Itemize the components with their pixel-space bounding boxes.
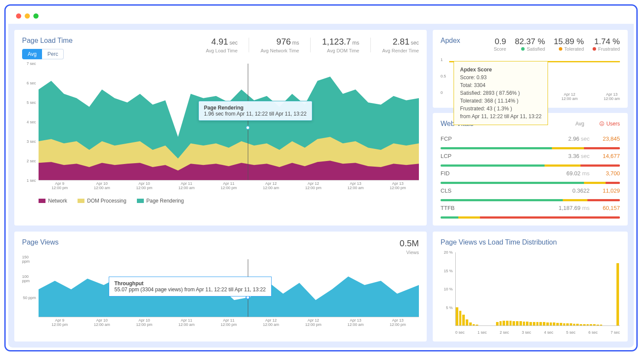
apdex-stat: 15.89 %Tolerated bbox=[554, 37, 584, 52]
page-load-chart[interactable]: 7 sec6 sec5 sec4 sec3 sec2 sec1 sec Page… bbox=[22, 64, 419, 193]
avg-perc-toggle: Avg Perc bbox=[22, 49, 73, 59]
apdex-chart[interactable]: 1 0.5 0 Apr 1212:00 am Apr 1312:00 am Ap… bbox=[441, 58, 620, 101]
panel-title: Page Load Time bbox=[22, 37, 73, 45]
maximize-icon[interactable] bbox=[33, 13, 39, 19]
apdex-stat: 82.37 %Satisfied bbox=[515, 37, 545, 52]
throughput-tooltip: Throughput 55.07 ppm (3304 page views) f… bbox=[109, 277, 272, 296]
vital-row[interactable]: FID69.02 ms3,700 bbox=[441, 167, 620, 184]
app-frame: Page Load Time Avg Perc 4.91secAvg Load … bbox=[4, 4, 638, 351]
vital-row[interactable]: CLS0.362211,029 bbox=[441, 184, 620, 201]
chart-tooltip: Page Rendering 1.96 sec from Apr 11, 12:… bbox=[198, 101, 312, 121]
window-titlebar bbox=[8, 8, 634, 24]
load-stat: 2.81secAvg Render Time bbox=[382, 37, 419, 53]
apdex-stat: 0.9Score bbox=[494, 37, 506, 52]
page-load-time-panel: Page Load Time Avg Perc 4.91secAvg Load … bbox=[14, 30, 427, 225]
users-icon: ☹ Users bbox=[599, 121, 620, 127]
minimize-icon[interactable] bbox=[25, 13, 30, 19]
load-stat: 4.91secAvg Load Time bbox=[206, 37, 237, 53]
load-stat: 1,123.7msAvg DOM Time bbox=[322, 37, 359, 53]
chart-legend: NetworkDOM ProcessingPage Rendering bbox=[22, 198, 419, 204]
vital-row[interactable]: FCP2.96 sec23,845 bbox=[441, 132, 620, 149]
apdex-panel: Apdex 0.9Score82.37 %Satisfied15.89 %Tol… bbox=[433, 30, 628, 108]
distribution-chart[interactable]: 20 %15 %10 %5 % 0 sec1 sec2 sec3 sec4 se… bbox=[441, 252, 620, 335]
perc-button[interactable]: Perc bbox=[42, 49, 64, 59]
apdex-stat: 1.74 %Frustrated bbox=[593, 37, 620, 52]
vital-row[interactable]: TTFB1,187.69 ms60,157 bbox=[441, 201, 620, 219]
panel-title: Page Views bbox=[22, 238, 58, 246]
web-vitals-panel: Web Vitals Avg ☹ Users FCP2.96 sec23,845… bbox=[433, 113, 628, 225]
views-stat: 0.5M Views bbox=[400, 238, 419, 255]
page-views-panel: Page Views 0.5M Views 150 ppm100 ppm50 p… bbox=[14, 232, 427, 341]
vital-row[interactable]: LCP3.36 sec14,677 bbox=[441, 149, 620, 167]
load-stat: 976msAvg Network Time bbox=[260, 37, 299, 53]
panel-title: Page Views vs Load Time Distribution bbox=[441, 238, 620, 246]
distribution-panel: Page Views vs Load Time Distribution 20 … bbox=[433, 232, 628, 341]
avg-button[interactable]: Avg bbox=[22, 49, 42, 59]
panel-title: Apdex bbox=[441, 37, 460, 45]
load-time-stats: 4.91secAvg Load Time976msAvg Network Tim… bbox=[206, 37, 419, 53]
close-icon[interactable] bbox=[16, 13, 21, 19]
apdex-tooltip: Apdex Score Score: 0.93Total: 3304Satisf… bbox=[454, 61, 548, 125]
page-views-chart[interactable]: 150 ppm100 ppm50 ppm Throughput 55.07 pp… bbox=[22, 259, 419, 329]
